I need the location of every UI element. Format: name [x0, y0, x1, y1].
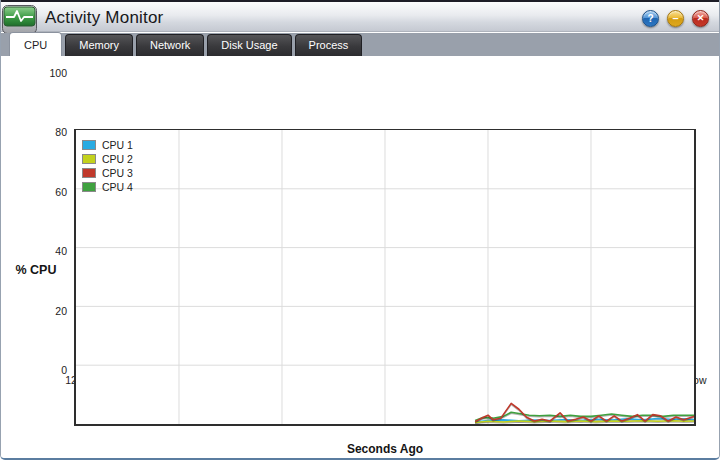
- legend-swatch: [82, 168, 96, 178]
- y-tick-label: 80: [1, 126, 67, 138]
- legend-label: CPU 1: [102, 139, 133, 151]
- title-bar: Activity Monitor ? – ✕: [1, 0, 719, 32]
- tab-network[interactable]: Network: [136, 34, 204, 56]
- cpu-usage-chart: [74, 129, 696, 426]
- legend-swatch: [82, 154, 96, 164]
- series-line-cpu-2: [475, 421, 694, 423]
- y-tick-label: 100: [1, 67, 67, 79]
- legend-label: CPU 3: [102, 167, 133, 179]
- tab-memory[interactable]: Memory: [65, 34, 133, 56]
- legend-item: CPU 2: [82, 152, 133, 165]
- x-axis-title: Seconds Ago: [74, 442, 696, 456]
- chart-panel: % CPU Seconds Ago 020406080100 120100806…: [1, 56, 719, 460]
- tab-process[interactable]: Process: [295, 34, 363, 56]
- legend-swatch: [82, 182, 96, 192]
- y-axis-title: % CPU: [5, 263, 67, 277]
- legend-swatch: [82, 140, 96, 150]
- legend-item: CPU 1: [82, 138, 133, 151]
- minimize-button[interactable]: –: [667, 10, 684, 27]
- tab-cpu[interactable]: CPU: [9, 32, 62, 56]
- legend-label: CPU 2: [102, 153, 133, 165]
- y-tick-label: 20: [1, 305, 67, 317]
- tab-disk-usage[interactable]: Disk Usage: [207, 34, 291, 56]
- legend-label: CPU 4: [102, 181, 133, 193]
- y-tick-label: 40: [1, 245, 67, 257]
- window-controls: ? – ✕: [642, 10, 709, 27]
- y-tick-label: 60: [1, 186, 67, 198]
- activity-monitor-window: Activity Monitor ? – ✕ CPUMemoryNetworkD…: [0, 0, 720, 460]
- legend-item: CPU 4: [82, 180, 133, 193]
- y-tick-label: 0: [1, 364, 67, 376]
- tab-bar: CPUMemoryNetworkDisk UsageProcess: [1, 33, 719, 56]
- chart-legend: CPU 1CPU 2CPU 3CPU 4: [82, 138, 133, 194]
- activity-monitor-icon: [2, 5, 37, 34]
- help-button[interactable]: ?: [642, 10, 659, 27]
- window-title: Activity Monitor: [45, 2, 163, 34]
- close-button[interactable]: ✕: [692, 10, 709, 27]
- legend-item: CPU 3: [82, 166, 133, 179]
